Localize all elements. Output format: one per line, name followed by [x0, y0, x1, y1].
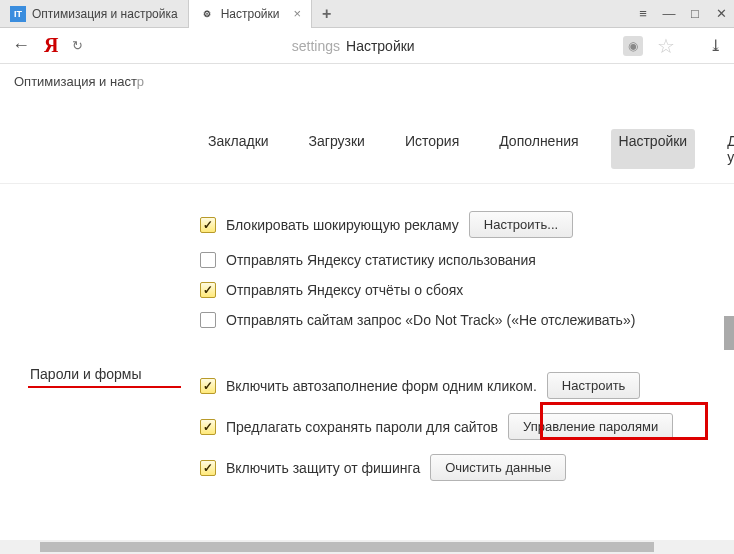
- tab-favicon-it: IT: [10, 6, 26, 22]
- shield-icon[interactable]: ◉: [623, 36, 643, 56]
- option-label: Включить защиту от фишинга: [226, 460, 420, 476]
- checkbox-phishing[interactable]: [200, 460, 216, 476]
- checkbox-dnt[interactable]: [200, 312, 216, 328]
- checkbox-autofill[interactable]: [200, 378, 216, 394]
- minimize-button[interactable]: —: [656, 0, 682, 28]
- maximize-button[interactable]: □: [682, 0, 708, 28]
- option-dnt: Отправлять сайтам запрос «Do Not Track» …: [0, 305, 734, 335]
- toolbar: ← Я ↻ settings Настройки ◉ ☆ ⤓: [0, 28, 734, 64]
- horizontal-scrollbar[interactable]: [0, 540, 734, 554]
- tab-optimization[interactable]: IT Оптимизация и настройка: [0, 0, 189, 28]
- tab-title: Оптимизация и настройка: [32, 7, 178, 21]
- gear-icon: ⚙: [199, 6, 215, 22]
- checkbox-crash-reports[interactable]: [200, 282, 216, 298]
- tab-bar: IT Оптимизация и настройка ⚙ Настройки ×…: [0, 0, 734, 28]
- yandex-logo[interactable]: Я: [44, 34, 58, 57]
- section-title-passwords: Пароли и формы: [30, 366, 141, 382]
- breadcrumb-faded: р: [137, 74, 144, 89]
- close-icon[interactable]: ×: [293, 6, 301, 21]
- bookmark-star-icon[interactable]: ☆: [657, 34, 675, 58]
- back-button[interactable]: ←: [12, 35, 30, 56]
- breadcrumb: Оптимизация и настр: [0, 64, 734, 99]
- settings-content: Блокировать шокирующую рекламу Настроить…: [0, 184, 734, 488]
- vertical-scrollbar-thumb[interactable]: [724, 316, 734, 350]
- option-save-passwords: Предлагать сохранять пароли для сайтов У…: [0, 406, 734, 447]
- option-crash-reports: Отправлять Яндексу отчёты о сбоях: [0, 275, 734, 305]
- nav-bookmarks[interactable]: Закладки: [200, 129, 277, 169]
- option-block-ads: Блокировать шокирующую рекламу Настроить…: [0, 204, 734, 245]
- checkbox-block-ads[interactable]: [200, 217, 216, 233]
- option-send-stats: Отправлять Яндексу статистику использова…: [0, 245, 734, 275]
- breadcrumb-text: Оптимизация и наст: [14, 74, 137, 89]
- checkbox-send-stats[interactable]: [200, 252, 216, 268]
- option-label: Предлагать сохранять пароли для сайтов: [226, 419, 498, 435]
- nav-devices[interactable]: Другие устройств: [719, 129, 734, 169]
- addr-prefix: settings: [292, 38, 340, 54]
- nav-downloads[interactable]: Загрузки: [301, 129, 373, 169]
- menu-icon[interactable]: ≡: [630, 0, 656, 28]
- close-button[interactable]: ✕: [708, 0, 734, 28]
- option-phishing: Включить защиту от фишинга Очистить данн…: [0, 447, 734, 488]
- clear-data-button[interactable]: Очистить данные: [430, 454, 566, 481]
- settings-nav: Закладки Загрузки История Дополнения Нас…: [0, 99, 734, 184]
- horizontal-scrollbar-thumb[interactable]: [40, 542, 654, 552]
- manage-passwords-button[interactable]: Управление паролями: [508, 413, 673, 440]
- download-icon[interactable]: ⤓: [709, 36, 722, 55]
- tab-settings[interactable]: ⚙ Настройки ×: [189, 0, 312, 28]
- option-label: Отправлять Яндексу отчёты о сбоях: [226, 282, 463, 298]
- address-bar[interactable]: settings Настройки: [97, 38, 609, 54]
- nav-addons[interactable]: Дополнения: [491, 129, 586, 169]
- option-label: Отправлять сайтам запрос «Do Not Track» …: [226, 312, 635, 328]
- window-controls: ≡ — □ ✕: [630, 0, 734, 28]
- tab-title: Настройки: [221, 7, 280, 21]
- new-tab-button[interactable]: +: [312, 5, 341, 23]
- addr-main: Настройки: [346, 38, 415, 54]
- checkbox-save-passwords[interactable]: [200, 419, 216, 435]
- option-label: Отправлять Яндексу статистику использова…: [226, 252, 536, 268]
- annotation-underline: [28, 386, 181, 388]
- option-label: Блокировать шокирующую рекламу: [226, 217, 459, 233]
- configure-ads-button[interactable]: Настроить...: [469, 211, 573, 238]
- reload-button[interactable]: ↻: [72, 38, 83, 53]
- nav-history[interactable]: История: [397, 129, 467, 169]
- option-label: Включить автозаполнение форм одним клико…: [226, 378, 537, 394]
- configure-autofill-button[interactable]: Настроить: [547, 372, 641, 399]
- nav-settings[interactable]: Настройки: [611, 129, 696, 169]
